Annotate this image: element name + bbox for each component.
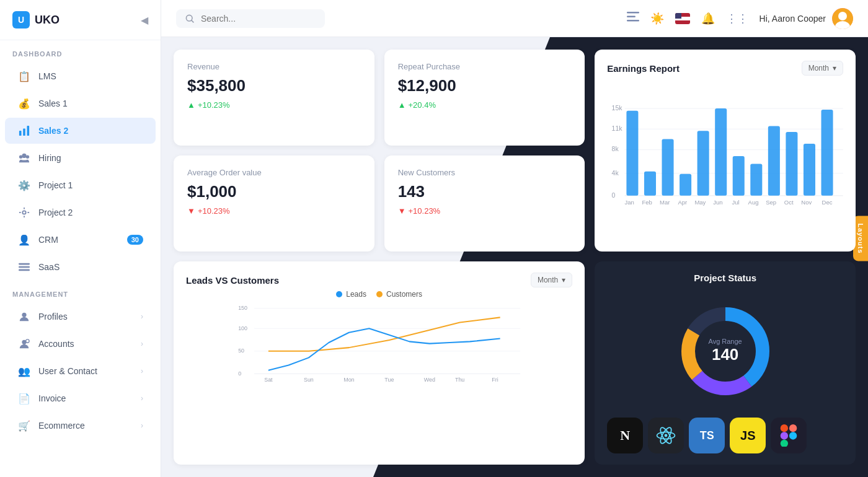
svg-text:Sun: Sun: [304, 377, 314, 383]
sidebar-item-hiring[interactable]: Hiring: [5, 145, 156, 171]
sidebar-item-ecommerce[interactable]: 🛒 Ecommerce ›: [5, 413, 156, 439]
header: ☀️ 🔔 ⋮⋮ Hi, Aaron Cooper: [161, 0, 868, 37]
svg-text:Jan: Jan: [625, 199, 634, 206]
sidebar-item-saas[interactable]: SaaS: [5, 254, 156, 280]
search-icon: [185, 14, 195, 24]
avatar: [832, 8, 853, 29]
svg-rect-0: [19, 131, 22, 136]
project2-icon: [17, 206, 31, 219]
hiring-icon: [17, 151, 31, 165]
svg-text:100: 100: [238, 325, 247, 331]
sidebar-item-label: Profiles: [38, 312, 141, 322]
leads-chart-title: Leads VS Customers: [186, 275, 279, 286]
customers-dot: [376, 291, 383, 297]
sidebar-item-sales2[interactable]: Sales 2: [5, 118, 156, 144]
leads-legend: Leads: [336, 290, 366, 299]
search-input[interactable]: [201, 14, 312, 24]
revenue-label: Revenue: [187, 62, 361, 71]
svg-point-16: [26, 339, 29, 343]
typescript-icon: TS: [689, 418, 725, 453]
sidebar-item-label: CRM: [38, 235, 127, 245]
svg-text:0: 0: [238, 370, 241, 377]
chevron-right-icon: ›: [141, 312, 143, 321]
figma-icon: [771, 418, 807, 453]
avg-order-change: ▼ +10.23%: [187, 206, 361, 216]
revenue-change: ▲ +10.23%: [187, 100, 361, 110]
sidebar-item-profiles[interactable]: Profiles ›: [5, 304, 156, 330]
accounts-icon: [17, 337, 31, 351]
up-arrow-icon: ▲: [187, 100, 195, 110]
svg-text:Jun: Jun: [714, 199, 723, 206]
svg-rect-88: [781, 432, 788, 439]
language-flag[interactable]: [675, 13, 690, 24]
svg-rect-46: [751, 164, 763, 195]
leads-month-selector[interactable]: Month ▾: [531, 273, 572, 287]
svg-rect-49: [804, 144, 815, 196]
svg-rect-25: [675, 13, 681, 19]
crm-icon: 👤: [17, 233, 31, 247]
chevron-right-icon: ›: [141, 339, 143, 348]
chevron-right-icon: ›: [141, 421, 143, 430]
avg-order-label: Average Order value: [187, 168, 361, 177]
new-customers-card: New Customers 143 ▼ +10.23%: [384, 155, 585, 252]
search-box[interactable]: [176, 9, 325, 28]
svg-text:Sep: Sep: [766, 199, 776, 206]
sidebar-item-project2[interactable]: Project 2: [5, 199, 156, 225]
svg-text:Thu: Thu: [455, 377, 464, 383]
sidebar-item-project1[interactable]: ⚙️ Project 1: [5, 172, 156, 198]
management-section-label: MANAGEMENT: [0, 281, 161, 303]
up-arrow-icon: ▲: [398, 100, 406, 110]
profiles-icon: [17, 310, 31, 323]
user-contact-icon: 👥: [17, 364, 31, 378]
apps-icon[interactable]: ⋮⋮: [726, 12, 748, 25]
dashboard-section-label: DASHBOARD: [0, 40, 161, 63]
svg-point-89: [789, 432, 797, 439]
logo: U UKO: [12, 11, 60, 28]
svg-rect-90: [781, 440, 788, 447]
repeat-change: ▲ +20.4%: [398, 100, 572, 110]
collapse-button[interactable]: ◀: [141, 14, 148, 26]
sidebar-item-label: SaaS: [38, 262, 143, 272]
new-customers-label: New Customers: [398, 168, 572, 177]
svg-text:Apr: Apr: [678, 199, 688, 206]
invoice-icon: 📄: [17, 392, 31, 405]
sidebar-item-label: User & Contact: [38, 366, 141, 376]
donut-center: Avg Range 140: [709, 338, 742, 364]
svg-text:11k: 11k: [612, 125, 623, 132]
nextjs-icon: N: [607, 418, 643, 453]
svg-text:Tue: Tue: [384, 377, 394, 383]
sidebar-item-label: Sales 2: [38, 126, 143, 136]
user-menu[interactable]: Hi, Aaron Cooper: [760, 8, 853, 29]
new-customers-value: 143: [398, 182, 572, 201]
sidebar-item-crm[interactable]: 👤 CRM 30: [5, 227, 156, 253]
svg-point-27: [838, 12, 847, 20]
svg-line-18: [191, 20, 193, 22]
main-content: ☀️ 🔔 ⋮⋮ Hi, Aaron Cooper Revenue $35,800: [161, 0, 868, 477]
month-selector[interactable]: Month ▾: [802, 61, 843, 76]
svg-rect-41: [662, 139, 674, 195]
avg-order-value: $1,000: [187, 182, 361, 201]
svg-text:Fri: Fri: [492, 377, 498, 383]
svg-rect-24: [675, 20, 690, 24]
repeat-label: Repeat Purchase: [398, 62, 572, 71]
revenue-card: Revenue $35,800 ▲ +10.23%: [174, 50, 374, 146]
chevron-down-icon: ▾: [562, 276, 565, 284]
new-customers-change: ▼ +10.23%: [398, 206, 572, 216]
leads-customers-card: Leads VS Customers Month ▾ Leads Custome…: [174, 261, 585, 465]
sidebar-item-accounts[interactable]: Accounts ›: [5, 331, 156, 357]
crm-badge: 30: [127, 235, 143, 245]
svg-rect-1: [23, 128, 25, 136]
svg-rect-19: [627, 12, 639, 14]
customers-legend: Customers: [376, 290, 422, 299]
sidebar-item-user-contact[interactable]: 👥 User & Contact ›: [5, 358, 156, 384]
theme-toggle-icon[interactable]: ☀️: [650, 12, 664, 25]
sidebar-item-sales1[interactable]: 💰 Sales 1: [5, 90, 156, 116]
notifications-icon[interactable]: 🔔: [701, 12, 715, 25]
sidebar-item-lms[interactable]: 📋 LMS: [5, 63, 156, 89]
menu-icon[interactable]: [627, 12, 639, 25]
sidebar-item-invoice[interactable]: 📄 Invoice ›: [5, 385, 156, 411]
svg-text:Oct: Oct: [784, 199, 794, 206]
project-status-card: Project Status Avg R: [595, 261, 856, 465]
user-greeting: Hi, Aaron Cooper: [760, 14, 826, 24]
saas-icon: [17, 260, 31, 274]
